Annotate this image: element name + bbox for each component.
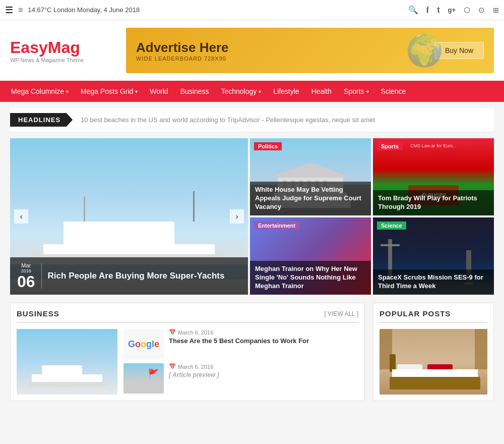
business-section-header: BUSINESS [ VIEW ALL ]	[17, 309, 358, 323]
logo-red-text: Mag	[48, 38, 80, 57]
yacht-superstructure	[64, 221, 174, 247]
g-yellow: o	[141, 339, 146, 350]
hamburger-menu-icon[interactable]: ☰	[5, 5, 13, 16]
nav-item-technology[interactable]: Technology ▾	[215, 81, 267, 102]
calendar-icon: 📅	[169, 329, 176, 336]
nav-label: World	[150, 87, 168, 95]
logo-wrapper[interactable]: EasyMag WP News & Magazine Theme	[10, 38, 111, 63]
card4-title: SpaceX Scrubs Mission SES-9 for Third Ti…	[378, 273, 489, 291]
nav-item-health[interactable]: Health	[305, 81, 338, 102]
bottom-grid: BUSINESS [ VIEW ALL ]	[10, 303, 494, 401]
bed-illustration	[390, 359, 480, 390]
popular-posts-section: POPULAR POSTS	[373, 303, 494, 401]
featured-month: Mar	[17, 262, 35, 268]
topbar-left: ☰ ≡ 14.67°C London Monday, 4 June 2018	[5, 5, 140, 16]
article-title[interactable]: These Are the 5 Best Companies to Work F…	[169, 337, 358, 346]
bed-base	[390, 377, 480, 390]
featured-date: Mar 2016 06	[17, 262, 35, 290]
logo-black-text: Easy	[10, 38, 48, 57]
yacht-mast	[84, 196, 85, 221]
main-nav: Mega Columnize ▾ Mega Posts Grid ▾ World…	[0, 81, 504, 102]
yacht-illustration	[33, 204, 225, 264]
card3-title: Tom Brady Will Play for Patriots Through…	[378, 194, 489, 211]
ad-banner[interactable]: Advertise Here WIDE LEADERBOARD 728X90 🌍…	[126, 28, 494, 73]
article-title-2[interactable]: [ Article preview ]	[169, 371, 358, 379]
g-red2: e	[154, 339, 159, 350]
nav-item-business[interactable]: Business	[174, 81, 215, 102]
card4-caption: SpaceX Scrubs Mission SES-9 for Third Ti…	[373, 269, 494, 295]
ad-title: Advertise Here	[136, 40, 229, 56]
article-item: Google 📅 March 6, 2016 These Are the 5 B…	[123, 329, 358, 359]
business-articles: Google 📅 March 6, 2016 These Are the 5 B…	[123, 329, 358, 395]
card3-caption: Tom Brady Will Play for Patriots Through…	[373, 190, 494, 215]
g-blue2: g	[146, 339, 152, 350]
flickr-icon[interactable]: ⊞	[493, 6, 499, 14]
popular-image[interactable]	[380, 329, 487, 395]
nav-item-sports[interactable]: Sports ▾	[338, 81, 374, 102]
featured-grid: ‹ › Mar 2016 06 Rich People Are Buying M…	[10, 138, 494, 295]
ad-subtitle: WIDE LEADERBOARD 728X90	[136, 56, 229, 62]
topbar-right: 🔍 f t g+ ⬡ ⊙ ⊞	[408, 5, 499, 15]
side-card-entertainment[interactable]: Entertainment Meghan Trainor on Why Her …	[250, 217, 371, 295]
nav-label: Science	[381, 87, 406, 95]
twitter-icon[interactable]: t	[437, 6, 439, 15]
yacht-crane	[193, 191, 195, 221]
card1-title: White House May Be Vetting Appeals Judge…	[255, 186, 366, 211]
article-date-2: 📅 March 6, 2016	[169, 363, 358, 370]
side-card-science[interactable]: Science SpaceX Scrubs Mission SES-9 for …	[373, 217, 494, 295]
instagram-icon[interactable]: ⬡	[464, 6, 470, 15]
site-logo[interactable]: EasyMag	[10, 38, 111, 57]
ad-map-icon: 🌍	[406, 33, 444, 69]
business-title: BUSINESS	[17, 309, 59, 318]
nav-item-science[interactable]: Science	[375, 81, 412, 102]
flag-thumb: 🚩	[123, 363, 164, 394]
featured-caption: Mar 2016 06 Rich People Are Buying More …	[10, 257, 248, 295]
biz-yacht-super	[42, 365, 82, 375]
nav-item-mega-posts-grid[interactable]: Mega Posts Grid ▾	[75, 81, 144, 102]
date-divider	[41, 263, 42, 289]
politics-tag: Politics	[254, 142, 282, 150]
list-menu-icon[interactable]: ≡	[18, 6, 23, 15]
nav-label: Sports	[344, 87, 364, 95]
side-cards-col2: CMS Law·ar for Euro... ⚽ RUGBY Sports To…	[373, 138, 494, 295]
sports-tag: Sports	[377, 142, 403, 150]
nav-item-world[interactable]: World	[144, 81, 174, 102]
github-icon[interactable]: ⊙	[478, 6, 485, 15]
card1-caption: White House May Be Vetting Appeals Judge…	[250, 182, 371, 215]
headline-main[interactable]: 10 best beaches in the US and world acco…	[81, 116, 260, 124]
weather-info: 14.67°C London Monday, 4 June 2018	[28, 6, 140, 14]
g-red: o	[135, 339, 141, 350]
article-thumbnail[interactable]: Google	[123, 329, 164, 359]
nav-label: Business	[180, 87, 209, 95]
date: Monday, 4 June 2018	[77, 6, 140, 14]
google-plus-icon[interactable]: g+	[448, 6, 456, 14]
featured-prev-button[interactable]: ‹	[14, 209, 28, 224]
search-icon[interactable]: 🔍	[408, 5, 418, 15]
business-main-image[interactable]	[17, 329, 117, 395]
article-thumbnail-2[interactable]: 🚩	[123, 363, 164, 394]
nav-label: Mega Columnize	[11, 87, 64, 95]
temperature: 14.67°C	[28, 6, 51, 14]
site-header: EasyMag WP News & Magazine Theme Adverti…	[0, 20, 504, 81]
featured-day: 06	[17, 272, 35, 291]
card2-title: Meghan Trainor on Why Her New Single 'No…	[255, 265, 366, 291]
topbar: ☰ ≡ 14.67°C London Monday, 4 June 2018 🔍…	[0, 0, 504, 20]
calendar-icon-2: 📅	[169, 363, 176, 370]
view-all-link[interactable]: [ VIEW ALL ]	[324, 310, 358, 317]
featured-next-button[interactable]: ›	[230, 209, 244, 224]
popular-section-header: POPULAR POSTS	[380, 309, 487, 323]
featured-main-card[interactable]: ‹ › Mar 2016 06 Rich People Are Buying M…	[10, 138, 248, 295]
science-tag: Science	[377, 221, 406, 230]
side-card-politics[interactable]: Politics White House May Be Vetting Appe…	[250, 138, 371, 215]
nav-item-lifestyle[interactable]: Lifestyle	[267, 81, 305, 102]
google-logo-thumb: Google	[123, 329, 164, 359]
nav-item-mega-columnize[interactable]: Mega Columnize ▾	[5, 81, 75, 102]
headlines-text: 10 best beaches in the US and world acco…	[73, 116, 375, 124]
article-date-text: March 6, 2016	[178, 329, 213, 336]
site-tagline: WP News & Magazine Theme	[10, 57, 111, 63]
featured-title: Rich People Are Buying More Super-Yachts	[48, 271, 225, 281]
facebook-icon[interactable]: f	[426, 6, 429, 15]
biz-yacht-hull	[27, 382, 107, 387]
nav-label: Lifestyle	[273, 87, 299, 95]
side-card-sports[interactable]: CMS Law·ar for Euro... ⚽ RUGBY Sports To…	[373, 138, 494, 215]
